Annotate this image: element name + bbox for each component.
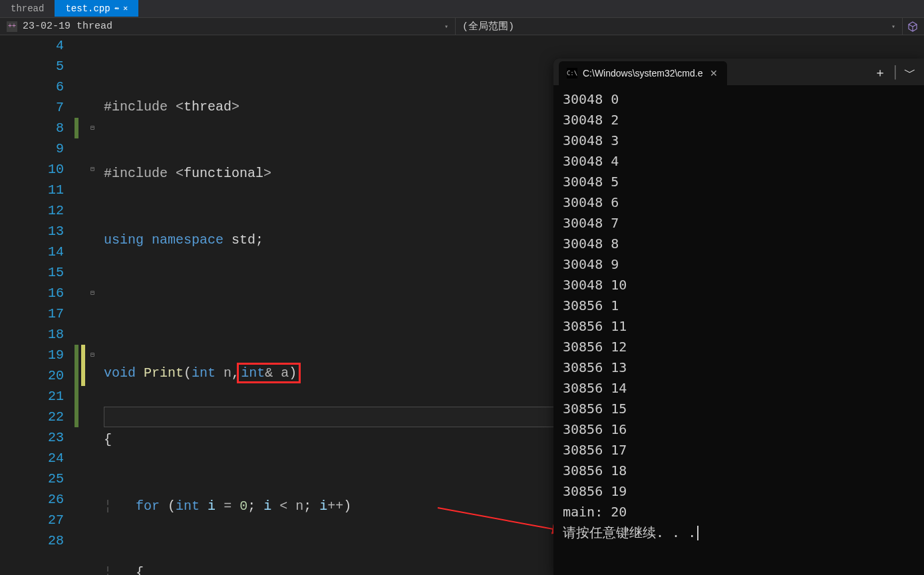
fold-toggle[interactable]: ⊟ [86, 118, 98, 138]
t: for [136, 498, 160, 514]
t: ) [289, 365, 297, 381]
line-number: 11 [0, 180, 64, 200]
line-number: 5 [0, 56, 64, 77]
terminal-title: C:\Windows\system32\cmd.e [583, 63, 703, 84]
line-number: 9 [0, 138, 64, 159]
t: 0 [239, 498, 247, 514]
line-number: 16 [0, 283, 64, 303]
t: ; [247, 498, 263, 514]
terminal-titlebar[interactable]: C:\ C:\Windows\system32\cmd.e ✕ ＋ │ ﹀ [553, 59, 924, 85]
cube-icon[interactable] [903, 18, 923, 35]
terminal-line: 30856 14 [563, 378, 915, 399]
tab-test-cpp[interactable]: test.cpp ⇴ ✕ [55, 0, 138, 17]
t: i [208, 498, 216, 514]
scope-dropdown[interactable]: (全局范围) ▾ [456, 18, 903, 35]
t: std [231, 232, 255, 248]
terminal-line: 30856 18 [563, 461, 915, 481]
cursor [697, 526, 698, 540]
terminal-line: 30048 10 [563, 275, 915, 295]
pin-icon[interactable]: ⇴ [114, 3, 119, 13]
t: ; [255, 232, 263, 248]
line-number: 22 [0, 407, 64, 427]
terminal-line: 请按任意键继续. . . [563, 522, 915, 543]
terminal-output[interactable]: 30048 030048 230048 330048 430048 530048… [553, 85, 924, 547]
terminal-line: 30048 0 [563, 89, 915, 110]
terminal-tab[interactable]: C:\ C:\Windows\system32\cmd.e ✕ [559, 61, 727, 85]
navigation-bar: ++ 23-02-19 thread ▾ (全局范围) ▾ [0, 17, 924, 35]
line-number: 6 [0, 77, 64, 97]
t: < [176, 166, 184, 181]
line-number: 8 [0, 118, 64, 138]
t: = [224, 498, 231, 514]
terminal-line: 30856 17 [563, 440, 915, 461]
line-number: 27 [0, 510, 64, 530]
terminal-line: 30048 7 [563, 213, 915, 234]
terminal-line: 30856 13 [563, 357, 915, 378]
t: ( [184, 365, 192, 381]
fold-toggle[interactable]: ⊟ [86, 345, 98, 365]
terminal-line: 30856 12 [563, 337, 915, 357]
line-number: 13 [0, 221, 64, 242]
tab-label: test.cpp [65, 3, 110, 14]
t: n [224, 365, 231, 381]
t: thread [184, 99, 231, 114]
t: & [265, 365, 273, 381]
line-number: 4 [0, 35, 64, 56]
terminal-line: 30048 6 [563, 192, 915, 213]
t: , [231, 365, 239, 381]
line-number: 21 [0, 386, 64, 407]
new-tab-button[interactable]: ＋ [874, 62, 886, 83]
terminal-window: C:\ C:\Windows\system32\cmd.e ✕ ＋ │ ﹀ 30… [553, 59, 924, 575]
tab-label: thread [11, 3, 44, 14]
line-number: 25 [0, 469, 64, 489]
t: int [176, 498, 200, 514]
change-indicator-bar [75, 35, 81, 575]
terminal-line: 30856 1 [563, 295, 915, 316]
cmd-icon: C:\ [567, 68, 577, 79]
project-dropdown[interactable]: ++ 23-02-19 thread ▾ [0, 18, 456, 35]
line-number: 7 [0, 97, 64, 118]
line-number: 15 [0, 262, 64, 283]
fold-gutter: ⊟ ⊟ ⊟ ⊟ [86, 35, 98, 575]
t: functional [184, 166, 263, 181]
highlight-box: int& a) [239, 365, 298, 381]
line-number-gutter: 4 5 6 7 8 9 10 11 12 13 14 15 16 17 18 1… [0, 35, 75, 575]
t: #include [104, 166, 168, 181]
line-number: 20 [0, 365, 64, 386]
line-number: 18 [0, 324, 64, 345]
fold-toggle[interactable]: ⊟ [86, 159, 98, 180]
t: ( [168, 498, 176, 514]
line-number: 14 [0, 242, 64, 262]
t: < [176, 99, 184, 114]
line-number: 28 [0, 530, 64, 551]
line-number: 19 [0, 345, 64, 365]
terminal-line: 30048 8 [563, 234, 915, 254]
line-number: 10 [0, 159, 64, 180]
close-icon[interactable]: ✕ [708, 63, 719, 84]
fold-toggle[interactable]: ⊟ [86, 283, 98, 303]
t: { [136, 565, 144, 575]
t: a [281, 365, 289, 381]
line-number: 24 [0, 448, 64, 469]
chevron-down-icon: ▾ [891, 23, 895, 31]
t: { [104, 432, 112, 447]
change-indicator-bar-2 [81, 35, 86, 575]
t: namespace [152, 232, 224, 248]
chevron-down-icon: ▾ [444, 23, 448, 31]
t: Print [144, 365, 184, 381]
terminal-line: 30048 5 [563, 172, 915, 192]
terminal-controls: ＋ │ ﹀ [874, 62, 924, 83]
close-icon[interactable]: ✕ [123, 3, 128, 13]
t: int [241, 365, 265, 381]
tab-dropdown-button[interactable]: ﹀ [904, 62, 916, 83]
terminal-line: 30856 15 [563, 399, 915, 419]
terminal-line: 30048 2 [563, 110, 915, 130]
terminal-line: 30048 3 [563, 130, 915, 151]
tab-thread[interactable]: thread [0, 0, 55, 17]
t: ) [343, 498, 351, 514]
line-number: 12 [0, 200, 64, 221]
t: using [104, 232, 144, 248]
t: void [104, 365, 136, 381]
terminal-line: 30856 11 [563, 316, 915, 337]
t: #include [104, 99, 168, 114]
